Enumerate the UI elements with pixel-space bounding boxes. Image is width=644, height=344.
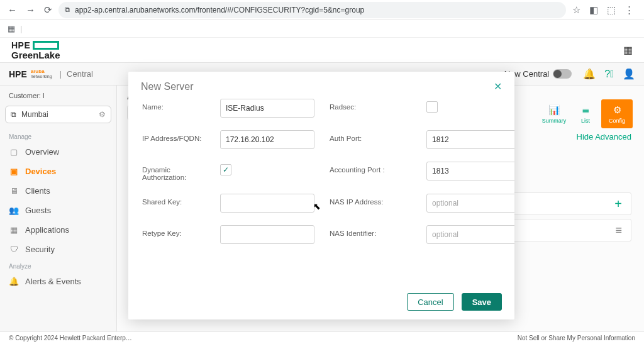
extension-icon[interactable]: ◧ <box>589 4 598 16</box>
privacy-link[interactable]: Not Sell or Share My Personal Informatio… <box>518 335 635 341</box>
page-footer: © Copyright 2024 Hewlett Packard Enterp…… <box>0 331 644 344</box>
greenlake-header: HPE GreenLake ▦ <box>0 38 644 63</box>
puzzle-icon[interactable]: ⬚ <box>607 4 616 16</box>
nas-ip-input[interactable] <box>426 194 514 213</box>
star-icon[interactable]: ☆ <box>572 4 580 16</box>
check-icon: ✓ <box>223 165 229 174</box>
retype-key-input[interactable] <box>220 225 314 244</box>
secondary-bar: ▦ | <box>0 20 644 38</box>
save-label: Save <box>472 297 491 307</box>
modal-body: Name: Radsec: IP Address/FQDN: Auth Port… <box>128 95 514 287</box>
greenlake-name: GreenLake <box>11 50 60 60</box>
ip-input[interactable] <box>220 130 314 149</box>
save-button[interactable]: Save <box>462 293 502 311</box>
cancel-label: Cancel <box>418 297 443 307</box>
cancel-button[interactable]: Cancel <box>407 293 453 311</box>
nas-id-input[interactable] <box>426 225 514 244</box>
reload-icon[interactable]: ⟳ <box>44 4 52 16</box>
acct-port-input[interactable] <box>426 162 514 180</box>
greenlake-brand: HPE GreenLake <box>11 41 60 60</box>
apps-icon[interactable]: ▦ <box>8 24 15 33</box>
new-server-modal: New Server ✕ Name: Radsec: IP Address/FQ… <box>128 72 514 319</box>
radsec-checkbox[interactable] <box>426 101 438 113</box>
label-ip: IP Address/FQDN: <box>142 130 205 142</box>
url-text: app2-ap.central.arubanetworks.com/fronte… <box>75 6 364 14</box>
forward-icon[interactable]: → <box>26 4 35 15</box>
auth-port-input[interactable] <box>426 130 514 149</box>
copyright-text: © Copyright 2024 Hewlett Packard Enterp… <box>9 335 132 341</box>
back-icon[interactable]: ← <box>8 4 17 15</box>
site-info-icon[interactable]: ⧉ <box>65 6 70 14</box>
label-shared-key: Shared Key: <box>142 194 205 206</box>
close-icon[interactable]: ✕ <box>494 80 502 92</box>
modal-footer: Cancel Save <box>128 287 514 319</box>
label-name: Name: <box>142 99 205 111</box>
label-nas-id: NAS Identifier: <box>330 225 411 237</box>
label-radsec: Radsec: <box>330 99 411 111</box>
shared-key-input[interactable] <box>220 194 314 213</box>
name-input[interactable] <box>220 99 314 118</box>
kebab-icon[interactable]: ⋮ <box>625 4 634 16</box>
label-dyn-auth: Dynamic Authorization: <box>142 162 205 181</box>
hpe-logo-rect <box>33 41 59 50</box>
dyn-auth-checkbox[interactable]: ✓ <box>220 164 231 175</box>
label-nas-ip: NAS IP Address: <box>330 194 411 206</box>
label-auth-port: Auth Port: <box>330 130 411 142</box>
modal-title: New Server <box>141 81 194 92</box>
address-bar[interactable]: ⧉ app2-ap.central.arubanetworks.com/fron… <box>58 2 566 18</box>
hpe-logo-text: HPE <box>11 41 30 50</box>
browser-chrome: ← → ⟳ ⧉ app2-ap.central.arubanetworks.co… <box>0 0 644 20</box>
apps-grid-icon[interactable]: ▦ <box>623 44 633 56</box>
label-acct-port: Accounting Port : <box>330 162 411 174</box>
label-retype-key: Retype Key: <box>142 225 205 237</box>
